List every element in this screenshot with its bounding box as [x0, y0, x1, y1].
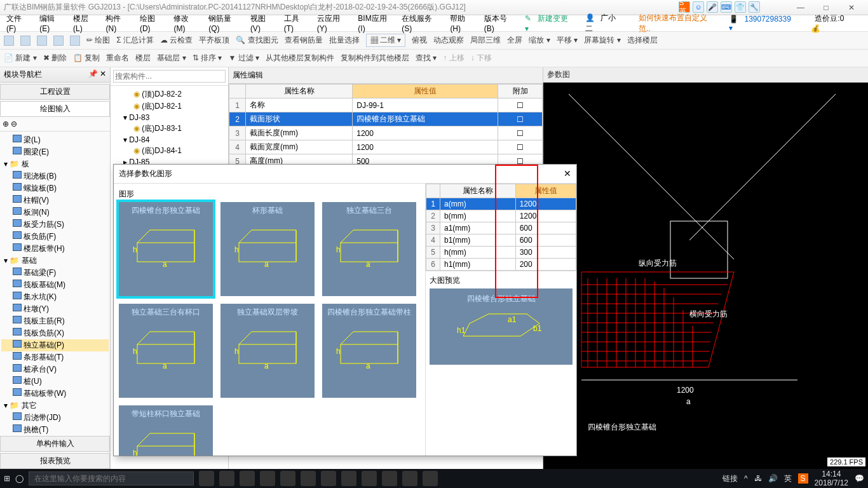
instance-item[interactable]: ▾ DJ-84 — [113, 135, 226, 145]
taskbar-search[interactable] — [29, 471, 194, 485]
menu-help[interactable]: 帮助(H) — [446, 12, 478, 34]
ime-settings-icon[interactable]: 🔧 — [749, 1, 760, 13]
ime-badge[interactable]: S 英 — [679, 1, 690, 13]
taskview-icon[interactable] — [199, 471, 214, 486]
tree-item[interactable]: 独立基础(P) — [1, 339, 109, 351]
app-icon[interactable] — [362, 471, 377, 486]
ime-mic-icon[interactable]: 🎤 — [707, 1, 718, 13]
tree-item[interactable]: ▾ 📁 其它 — [1, 400, 109, 412]
property-row[interactable]: 2截面形状四棱锥台形独立基础☐ — [229, 112, 543, 126]
ie-icon[interactable] — [321, 471, 336, 486]
tb2-find[interactable]: 查找 ▾ — [416, 53, 437, 64]
tray-up-icon[interactable]: ^ — [744, 474, 748, 483]
param-row[interactable]: 1a(mm)1200 — [426, 198, 576, 210]
app-icon[interactable] — [382, 471, 397, 486]
tb-draw[interactable]: ✏ 绘图 — [86, 35, 110, 46]
tab-draw-input[interactable]: 绘图输入 — [0, 101, 110, 117]
tb-full[interactable]: 全屏 — [507, 35, 522, 46]
tb-viewrebar[interactable]: 查看钢筋量 — [285, 35, 323, 46]
tree-item[interactable]: ▾ 📁 基础 — [1, 255, 109, 267]
tab-report[interactable]: 报表预览 — [0, 453, 110, 469]
tip-link[interactable]: 如何快速布置自定义范.. — [635, 11, 720, 36]
volume-icon[interactable]: 🔊 — [768, 474, 778, 483]
expand-icon[interactable]: ⊕ — [3, 119, 9, 128]
tb-selfloor[interactable]: 选择楼层 — [627, 35, 658, 46]
tree-item[interactable]: 条形基础(T) — [1, 351, 109, 363]
undo-icon[interactable] — [53, 36, 64, 46]
view-2d-dropdown[interactable]: ▦ 二维 ▾ — [366, 34, 406, 47]
tb2-floor[interactable]: 楼层 — [135, 53, 151, 64]
tb2-baselayer[interactable]: 基础层 ▾ — [157, 53, 186, 64]
parameter-viewer[interactable]: 参数图 纵向受力筋 横向受力筋 1200 1200 a 四棱锥台形独立基础 22… — [543, 67, 868, 469]
shape-card[interactable]: 四棱锥台形独立基础带柱ah — [322, 304, 416, 398]
tb-find[interactable]: 🔍 查找图元 — [236, 35, 278, 46]
tree-item[interactable]: 螺旋板(B) — [1, 182, 109, 194]
instance-item[interactable]: ◉ (底)DJ-84-1 — [113, 145, 226, 157]
tb2-filter[interactable]: ▼ 过滤 ▾ — [228, 53, 259, 64]
param-row[interactable]: 5h(mm)300 — [426, 247, 576, 259]
app-icon[interactable] — [423, 471, 438, 486]
cortana-icon[interactable]: ◯ — [15, 474, 24, 483]
tb-pan[interactable]: 平移 ▾ — [557, 35, 578, 46]
tb2-copy[interactable]: 📋 复制 — [73, 53, 100, 64]
tb-orbit[interactable]: 动态观察 — [433, 35, 464, 46]
menu-online[interactable]: 在线服务(S) — [398, 12, 445, 34]
new-change-button[interactable]: ✎ 新建变更 ▾ — [521, 12, 580, 34]
menu-bim[interactable]: BIM应用(I) — [354, 12, 397, 34]
instance-item[interactable]: ◉ (底)DJ-82-1 — [113, 100, 226, 112]
tb-sum[interactable]: Σ 汇总计算 — [116, 35, 154, 46]
tb-local3d[interactable]: 局部三维 — [470, 35, 501, 46]
tree-item[interactable]: 筏板主筋(R) — [1, 315, 109, 327]
instance-item[interactable]: ◉ (顶)DJ-82-2 — [113, 88, 226, 100]
tb-cloud[interactable]: ☁ 云检查 — [160, 35, 193, 46]
menu-version[interactable]: 版本号(B) — [480, 12, 520, 34]
param-row[interactable]: 3a1(mm)600 — [426, 222, 576, 234]
ime-tray[interactable]: 英 — [784, 473, 792, 484]
param-row[interactable]: 6h1(mm)200 — [426, 259, 576, 271]
shape-card[interactable]: 四棱锥台形独立基础ah — [119, 202, 213, 296]
tree-item[interactable]: 基础梁(F) — [1, 267, 109, 279]
edge-icon[interactable] — [301, 471, 316, 486]
tb-top[interactable]: 俯视 — [412, 35, 427, 46]
tb-zoom[interactable]: 缩放 ▾ — [529, 35, 550, 46]
network-icon[interactable]: 🖧 — [754, 474, 762, 483]
tb-batch[interactable]: 批量选择 — [329, 35, 360, 46]
open-icon[interactable] — [20, 36, 31, 46]
redo-icon[interactable] — [70, 36, 80, 46]
windows-taskbar[interactable]: ⊞ ◯ 链接 ^ 🖧 🔊 英 S 14:142018/7/12 💬 — [0, 469, 868, 488]
tree-item[interactable]: 桩(U) — [1, 376, 109, 388]
dialog-close-button[interactable]: ✕ — [564, 168, 571, 179]
tree-item[interactable]: 板洞(N) — [1, 207, 109, 219]
app-icon[interactable] — [402, 471, 417, 486]
shape-card[interactable]: 独立基础三台ah — [322, 202, 416, 296]
property-row[interactable]: 4截面宽度(mm)1200☐ — [229, 140, 543, 154]
ime-keyboard-icon[interactable]: ⌨ — [721, 1, 732, 13]
app-icon[interactable] — [240, 471, 255, 486]
sogou-tray-icon[interactable]: S — [798, 473, 808, 484]
explorer-icon[interactable] — [219, 471, 234, 486]
shape-card[interactable]: 独立基础三台有杯口ah — [119, 304, 213, 398]
tb2-del[interactable]: ✖ 删除 — [43, 53, 67, 64]
start-button[interactable]: ⊞ — [4, 474, 10, 483]
pin-icon[interactable]: 📌 ✕ — [88, 69, 106, 80]
param-row[interactable]: 4b1(mm)600 — [426, 234, 576, 247]
tree-item[interactable]: 板受力筋(S) — [1, 219, 109, 231]
tab-project-settings[interactable]: 工程设置 — [0, 84, 110, 100]
tree-item[interactable]: 集水坑(K) — [1, 291, 109, 303]
menu-component[interactable]: 构件(N) — [102, 12, 134, 34]
tree-item[interactable]: ▾ 📁 板 — [1, 158, 109, 170]
store-icon[interactable] — [341, 471, 356, 486]
menu-tools[interactable]: 工具(T) — [280, 12, 312, 34]
tb-rotate[interactable]: 屏幕旋转 ▾ — [584, 35, 620, 46]
menu-modify[interactable]: 修改(M) — [170, 12, 203, 34]
tab-single-input[interactable]: 单构件输入 — [0, 436, 110, 452]
tree-item[interactable]: 梁(L) — [1, 134, 109, 146]
user-label[interactable]: 👤 广小二 — [581, 11, 630, 36]
tb2-sort[interactable]: ⇅ 排序 ▾ — [193, 53, 222, 64]
property-row[interactable]: 1名称DJ-99-1☐ — [229, 98, 543, 112]
tree-item[interactable]: 基础板带(W) — [1, 388, 109, 400]
menu-floor[interactable]: 楼层(L) — [69, 12, 101, 34]
tb2-rename[interactable]: 重命名 — [106, 53, 129, 64]
tb-flat[interactable]: 平齐板顶 — [199, 35, 229, 46]
tree-item[interactable]: 柱墩(Y) — [1, 303, 109, 315]
